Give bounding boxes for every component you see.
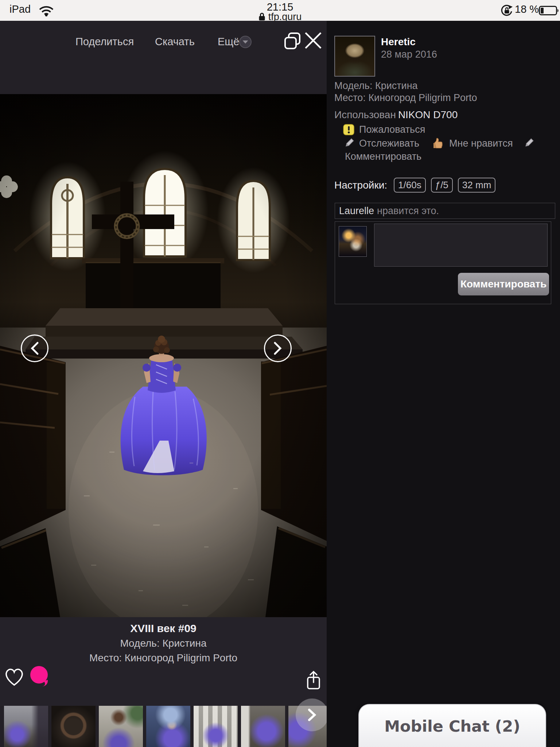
exif-settings: Настройки: 1/60s ƒ/5 32 mm bbox=[334, 178, 501, 193]
camera-model: NIKON D700 bbox=[398, 109, 458, 120]
info-model: Модель: Кристина bbox=[334, 80, 418, 92]
status-bar: iPad 21:15 tfp.guru 18 % bbox=[0, 0, 560, 21]
info-place: Место: Киногород Piligrim Porto bbox=[334, 92, 477, 104]
focal-badge: 32 mm bbox=[458, 178, 495, 193]
lock-icon bbox=[258, 12, 265, 21]
thumbnail[interactable] bbox=[99, 706, 143, 747]
info-camera: ИспользованNIKON D700 bbox=[334, 109, 458, 121]
follow-link[interactable]: Отслеживать bbox=[359, 138, 419, 149]
likes-box: Laurelleнравится это. bbox=[335, 203, 555, 219]
shutter-badge: 1/60s bbox=[394, 178, 426, 193]
chevron-right-icon bbox=[273, 341, 283, 355]
thumbnail[interactable] bbox=[194, 706, 238, 747]
share-button[interactable]: Поделиться bbox=[75, 35, 134, 48]
caption-place: Место: Киногород Piligrim Porto bbox=[0, 652, 327, 664]
report-link[interactable]: Пожаловаться bbox=[343, 124, 425, 135]
chevron-right-icon bbox=[307, 708, 317, 721]
settings-label: Настройки: bbox=[334, 179, 387, 191]
chevron-down-icon[interactable] bbox=[239, 35, 252, 49]
heart-icon[interactable] bbox=[4, 667, 25, 687]
thumbnails-next-button[interactable] bbox=[296, 698, 327, 731]
caption-bar: XVIII век #09 Модель: Кристина Место: Ки… bbox=[0, 617, 327, 706]
comment-link[interactable]: Комментировать bbox=[345, 151, 421, 162]
like-link[interactable]: Мне нравится bbox=[449, 138, 513, 149]
liker-name[interactable]: Laurelle bbox=[339, 205, 374, 216]
photo-date: 28 мар 2016 bbox=[381, 49, 437, 60]
share-export-icon[interactable] bbox=[306, 670, 321, 690]
screenshot-root: iPad 21:15 tfp.guru 18 % Поделиться Скач… bbox=[0, 0, 560, 747]
battery-icon bbox=[539, 6, 559, 15]
aperture-badge: ƒ/5 bbox=[431, 178, 453, 193]
thumbnail-strip bbox=[0, 706, 327, 747]
battery-percent: 18 % bbox=[515, 3, 539, 15]
photo-viewer: Поделиться Скачать Ещё bbox=[0, 21, 327, 747]
prev-photo-button[interactable] bbox=[21, 334, 48, 362]
mobile-chat-label: Mobile Chat (2) bbox=[384, 717, 520, 735]
comment-input[interactable] bbox=[374, 224, 548, 267]
thumbnail[interactable] bbox=[51, 706, 96, 747]
thumbnail[interactable] bbox=[241, 706, 285, 747]
thumbs-up-icon bbox=[432, 138, 444, 150]
caption-model: Модель: Кристина bbox=[0, 638, 327, 649]
comment-bubble-icon[interactable] bbox=[29, 666, 51, 687]
copy-icon[interactable] bbox=[283, 32, 302, 50]
author-name[interactable]: Heretic bbox=[381, 36, 416, 48]
author-avatar[interactable] bbox=[334, 36, 375, 77]
more-button[interactable]: Ещё bbox=[218, 35, 239, 48]
submit-comment-button[interactable]: Комментировать bbox=[458, 273, 549, 295]
close-icon[interactable] bbox=[304, 31, 323, 50]
download-button[interactable]: Скачать bbox=[155, 35, 195, 48]
thumbnail[interactable] bbox=[146, 706, 190, 747]
info-panel: Heretic 28 мар 2016 Модель: Кристина Мес… bbox=[327, 21, 560, 747]
current-user-avatar[interactable] bbox=[339, 226, 367, 257]
pencil-icon bbox=[343, 138, 354, 149]
warning-icon bbox=[343, 124, 354, 135]
next-photo-button[interactable] bbox=[264, 334, 292, 362]
chevron-left-icon bbox=[30, 341, 40, 355]
mobile-chat-button[interactable]: Mobile Chat (2) bbox=[358, 704, 546, 747]
comment-compose: Комментировать bbox=[335, 221, 551, 304]
rotation-lock-icon bbox=[500, 4, 513, 17]
photo-title: XVIII век #09 bbox=[0, 622, 327, 635]
pencil-icon bbox=[523, 138, 534, 149]
thumbnail[interactable] bbox=[4, 706, 48, 747]
